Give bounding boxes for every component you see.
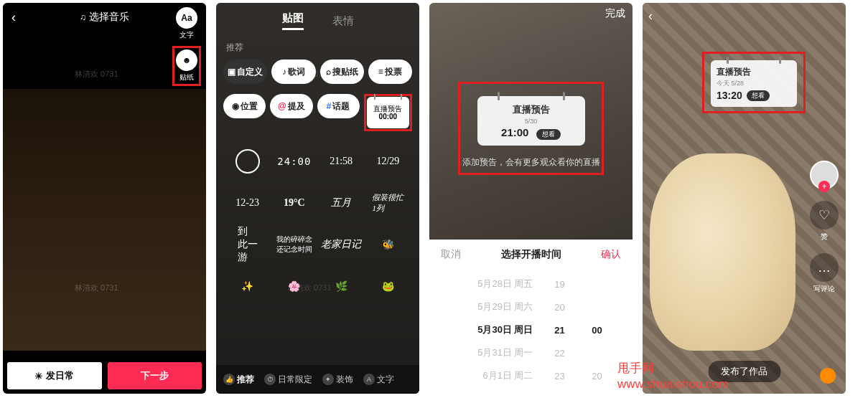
comment-icon: … — [810, 253, 839, 282]
picker-row: 5月28日 周五19 — [429, 273, 633, 295]
thumbs-up-icon: 👍 — [223, 374, 235, 385]
sticker-handwriting-1[interactable]: 我的碎碎念还记念时间 — [273, 226, 315, 263]
video-cat-image — [650, 153, 795, 351]
screen-feed-video: ‹ 直播预告 今天 5/28 13:20 想看 ♡ 赞 … 写评论 发布了作品 — [643, 3, 846, 394]
lyrics-label: 歌词 — [288, 66, 305, 78]
comment-label: 写评论 — [813, 284, 835, 294]
poll-label: 投票 — [385, 66, 402, 78]
nav-daily-label: 日常限定 — [278, 374, 312, 386]
sticker-sparkle[interactable]: ✨ — [226, 267, 269, 305]
tab-emoji[interactable]: 表情 — [332, 14, 354, 28]
heart-icon: ♡ — [810, 201, 839, 229]
search-sticker-label: 搜贴纸 — [332, 66, 358, 78]
picker-row-selected: 5月30日 周日2100 — [429, 318, 633, 341]
broadcast-time: 00:00 — [379, 113, 398, 120]
nav-decoration[interactable]: ✦ 装饰 — [322, 374, 353, 386]
sticker-tabs: 贴图 表情 — [216, 3, 419, 39]
tool-text[interactable]: Aa 文字 — [176, 7, 197, 40]
mention-chip[interactable]: @ 提及 — [270, 94, 312, 118]
watermark-text: 林清欢 0731 — [75, 283, 118, 293]
comment-button[interactable]: … 写评论 — [810, 253, 839, 294]
nav-text[interactable]: A 文字 — [363, 374, 394, 386]
broadcast-preview-chip[interactable]: 直播预告 00:00 — [367, 97, 409, 128]
tab-sticker[interactable]: 贴图 — [282, 11, 304, 30]
nav-daily-limited[interactable]: ⏱ 日常限定 — [264, 374, 312, 386]
sticker-frog[interactable]: 🐸 — [367, 267, 409, 305]
watermark-text: 林清欢 0731 — [75, 69, 118, 80]
nav-recommend[interactable]: 👍 推荐 — [223, 374, 254, 386]
post-daily-label: 发日常 — [46, 369, 74, 382]
sticker-clock-circle[interactable] — [226, 143, 269, 180]
self-define-label: 自定义 — [237, 66, 263, 78]
sticker-grass[interactable]: 🌿 — [320, 267, 363, 305]
topic-chip[interactable]: # 话题 — [317, 94, 360, 118]
nav-recommend-label: 推荐 — [237, 374, 254, 386]
tool-sticker-label: 贴纸 — [179, 72, 194, 82]
sticker-clock-flip[interactable]: 24:00 — [273, 143, 315, 180]
nav-text-label: 文字 — [377, 374, 394, 386]
sticker-calligraphy-1[interactable]: 五月 — [320, 184, 363, 222]
choose-music-label: 选择音乐 — [89, 11, 129, 24]
post-daily-button[interactable]: ☀ 发日常 — [7, 362, 102, 389]
sticker-icon: ☻ — [176, 49, 197, 71]
author-avatar[interactable] — [810, 161, 839, 189]
time-picker-header: 取消 选择开播时间 确认 — [429, 240, 633, 270]
mention-label: 提及 — [288, 100, 305, 113]
sticker-seal-1[interactable]: 到此一游 — [226, 226, 269, 263]
next-step-label: 下一步 — [141, 369, 169, 382]
sticker-row-1: ▣ 自定义 ♪ 歌词 ⌕ 搜贴纸 ≡ 投票 — [216, 57, 419, 87]
search-sticker-chip[interactable]: ⌕ 搜贴纸 — [320, 60, 364, 84]
time-picker-wheel[interactable]: 5月28日 周五19 5月29日 周六20 5月30日 周日2100 5月31日… — [429, 270, 633, 387]
music-note-icon: ♪ — [282, 67, 286, 77]
self-define-chip[interactable]: ▣ 自定义 — [223, 60, 267, 84]
picker-title: 选择开播时间 — [501, 248, 561, 261]
location-chip[interactable]: ◉ 位置 — [223, 94, 266, 118]
broadcast-label: 直播预告 — [373, 105, 402, 113]
choose-music[interactable]: ♫ 选择音乐 — [80, 11, 129, 24]
confirm-button[interactable]: 确认 — [601, 248, 621, 261]
nav-decoration-label: 装饰 — [336, 374, 353, 386]
text-icon: Aa — [176, 7, 197, 29]
cancel-button[interactable]: 取消 — [441, 248, 461, 261]
picker-row: 5月31日 周一22 — [429, 341, 633, 364]
tool-sticker[interactable]: ☻ 贴纸 — [176, 49, 197, 82]
editor-bottom-bar: ☀ 发日常 下一步 — [7, 362, 202, 389]
screen-schedule-picker: 完成 直播预告 5/30 21:00 想看 添加预告，会有更多观众看你的直播 取… — [429, 3, 633, 394]
sticker-bottom-nav: 👍 推荐 ⏱ 日常限定 ✦ 装饰 A 文字 — [216, 365, 419, 394]
section-recommend-label: 推荐 — [216, 39, 419, 57]
sticker-temperature[interactable]: 19°C — [273, 184, 315, 222]
highlight-box-broadcast: 直播预告 00:00 — [364, 94, 412, 131]
music-disc-icon[interactable] — [820, 368, 836, 384]
screen-editor: ‹ ♫ 选择音乐 Aa 文字 ☻ 贴纸 ◐ 特效 ◯ 滤镜 林清欢 0731 林… — [3, 3, 206, 394]
highlight-box-schedule — [458, 82, 604, 175]
sticker-calligraphy-2[interactable]: 假装很忙1列 — [367, 184, 409, 222]
sticker-clock-time[interactable]: 21:58 — [320, 143, 363, 180]
mention-icon: @ — [278, 101, 286, 111]
search-icon: ⌕ — [326, 67, 331, 77]
like-label: 赞 — [821, 232, 828, 242]
time-picker-sheet: 取消 选择开播时间 确认 5月28日 周五19 5月29日 周六20 5月30日… — [429, 240, 633, 394]
video-action-rail: ♡ 赞 … 写评论 — [808, 161, 840, 294]
like-button[interactable]: ♡ 赞 — [810, 201, 839, 242]
highlight-box-sticker: ☻ 贴纸 — [172, 46, 201, 86]
sticker-handwriting-2[interactable]: 老家日记 — [320, 226, 363, 263]
sticker-bee[interactable]: 🐝 — [367, 226, 409, 263]
back-icon[interactable]: ‹ — [3, 10, 24, 25]
picker-row: 5月29日 周六20 — [429, 295, 633, 318]
highlight-box-card — [702, 52, 806, 113]
sticker-date-dash[interactable]: 12-23 — [226, 184, 269, 222]
publish-toast: 发布了作品 — [708, 361, 780, 382]
list-icon: ≡ — [378, 67, 383, 77]
pin-icon: ◉ — [232, 101, 239, 111]
back-icon[interactable]: ‹ — [648, 9, 653, 24]
screen-sticker-panel: 林清欢 0731 林清欢 0731 贴图 表情 推荐 ▣ 自定义 ♪ 歌词 ⌕ … — [216, 3, 419, 394]
poll-chip[interactable]: ≡ 投票 — [368, 60, 412, 84]
editor-preview-image — [3, 89, 206, 351]
done-button[interactable]: 完成 — [605, 7, 625, 20]
lyrics-chip[interactable]: ♪ 歌词 — [271, 60, 315, 84]
clock-icon: ⏱ — [264, 374, 276, 385]
sticker-date-slash[interactable]: 12/29 — [367, 143, 409, 180]
topic-label: 话题 — [332, 100, 350, 113]
next-step-button[interactable]: 下一步 — [108, 362, 202, 389]
sticker-flower[interactable]: 🌸 — [273, 267, 315, 305]
